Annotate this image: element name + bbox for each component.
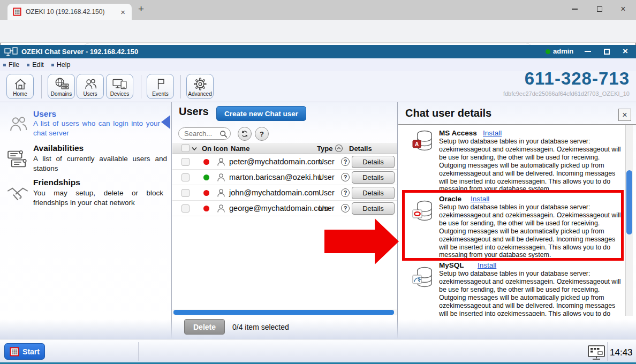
desktop-monitor-icon[interactable] xyxy=(587,345,605,361)
details-button[interactable]: Details xyxy=(352,171,395,184)
sidebar-item-users[interactable]: Users A list of users who can login into… xyxy=(0,107,171,140)
browser-minimize-button[interactable] xyxy=(563,0,586,18)
type-help-icon[interactable]: ? xyxy=(341,188,350,197)
col-icon[interactable]: Icon xyxy=(214,145,228,153)
user-type: User xyxy=(319,157,335,166)
col-name[interactable]: Name xyxy=(231,145,249,153)
toolbar-events-button[interactable]: Events xyxy=(147,74,174,99)
minimize-icon xyxy=(572,9,578,10)
type-help-icon[interactable]: ? xyxy=(341,204,350,213)
install-link[interactable]: Install xyxy=(478,261,496,269)
users-table-header: On Icon Name Type Details xyxy=(172,143,397,154)
row-checkbox[interactable] xyxy=(181,173,190,181)
details-close-button[interactable]: × xyxy=(618,109,631,121)
browser-maximize-button[interactable] xyxy=(588,0,611,18)
sort-ascending-icon[interactable] xyxy=(335,144,343,153)
menu-file[interactable]: File xyxy=(3,61,19,69)
vertical-scrollbar-thumb[interactable] xyxy=(626,170,632,234)
bullet-icon xyxy=(27,64,29,66)
horizontal-scrollbar-thumb[interactable] xyxy=(173,310,394,315)
tab-close-icon[interactable]: × xyxy=(118,7,127,17)
sidebar-item-availabilities[interactable]: Availabilities A list of currently avail… xyxy=(0,141,171,177)
col-on[interactable]: On xyxy=(202,145,211,153)
details-panel-content: A MS Access Install Setup two database t… xyxy=(398,125,625,316)
menu-edit[interactable]: Edit xyxy=(27,61,44,69)
oracle-database-icon xyxy=(412,200,434,224)
toolbar-domains-button[interactable]: Domains xyxy=(48,74,75,99)
app-title: OZEKI Chat Server - 192.168.42.150 xyxy=(21,48,138,56)
domains-icon xyxy=(54,77,70,91)
browser-tab[interactable]: OZEKI 10 (192.168.42.150) × xyxy=(7,4,132,20)
taskbar-clock: 14:43 xyxy=(610,347,633,358)
toolbar-separator xyxy=(141,75,141,98)
toolbar-users-button[interactable]: Users xyxy=(77,74,104,99)
table-row[interactable]: george@mychatdomain.com User ? Details xyxy=(172,201,397,216)
minimize-icon xyxy=(585,51,591,52)
browser-close-button[interactable]: × xyxy=(611,0,635,18)
col-details[interactable]: Details xyxy=(349,145,372,153)
users-icon xyxy=(7,115,29,134)
sidebar-item-friendships[interactable]: Friendships You may setup, delete or blo… xyxy=(0,176,171,211)
row-checkbox[interactable] xyxy=(181,204,190,213)
bullet-icon xyxy=(51,64,54,66)
refresh-icon xyxy=(241,130,248,138)
details-button[interactable]: Details xyxy=(352,156,395,168)
details-panel-divider xyxy=(398,124,636,125)
install-link[interactable]: Install xyxy=(471,195,489,203)
type-help-icon[interactable]: ? xyxy=(341,157,350,166)
status-dot xyxy=(203,159,209,165)
menu-help[interactable]: Help xyxy=(51,61,71,69)
users-icon xyxy=(83,77,98,91)
details-button[interactable]: Details xyxy=(352,187,395,199)
search-icon xyxy=(219,130,228,138)
table-row[interactable]: peter@mychatdomain.com User ? Details xyxy=(172,154,397,170)
red-arrow-annotation xyxy=(324,218,399,264)
friendships-handshake-icon xyxy=(6,185,29,203)
selection-status: 0/4 item selected xyxy=(232,323,289,331)
app-close-button[interactable]: × xyxy=(618,46,632,57)
user-type: User xyxy=(319,188,335,197)
selected-item-arrow-icon xyxy=(161,115,170,129)
row-checkbox[interactable] xyxy=(181,189,190,197)
table-row[interactable]: marton.baricsan@ozeki.hu User ? Details xyxy=(172,170,397,185)
refresh-list-button[interactable] xyxy=(238,127,252,141)
phone-number: 611-328-713 xyxy=(525,69,630,89)
delete-button[interactable]: Delete xyxy=(184,319,225,335)
row-checkbox[interactable] xyxy=(181,158,190,166)
install-link[interactable]: Install xyxy=(483,129,502,137)
license-id: fdbfc9ec27de25066af64cfd61d2f703_OZEKI_1… xyxy=(503,90,630,97)
user-icon xyxy=(216,188,226,198)
devices-icon xyxy=(112,77,128,91)
chevron-down-icon[interactable] xyxy=(192,147,197,151)
new-tab-button[interactable]: + xyxy=(138,3,144,15)
maximize-icon xyxy=(604,49,610,55)
app-maximize-button[interactable] xyxy=(600,46,614,57)
type-help-icon[interactable]: ? xyxy=(341,173,350,181)
user-icon xyxy=(216,203,226,213)
user-name: george@mychatdomain.com xyxy=(229,204,329,213)
admin-status-dot xyxy=(546,49,550,54)
table-row[interactable]: john@mychatdomain.com User ? Details xyxy=(172,185,397,201)
toolbar-advanced-button[interactable]: Advanced xyxy=(186,74,214,99)
events-flag-icon xyxy=(154,77,168,91)
ozeki-favicon xyxy=(13,7,21,16)
bullet-icon xyxy=(3,64,6,66)
maximize-icon xyxy=(597,6,602,12)
admin-user-label[interactable]: admin xyxy=(553,47,573,55)
users-panel-title: Users xyxy=(179,105,209,118)
toolbar-home-button[interactable]: Home xyxy=(6,74,34,99)
close-icon: × xyxy=(620,4,625,14)
start-button[interactable]: Start xyxy=(4,343,45,360)
toolbar-devices-button[interactable]: Devices xyxy=(106,74,133,99)
col-type[interactable]: Type xyxy=(317,145,332,153)
create-chat-user-button[interactable]: Create new Chat user xyxy=(216,106,306,121)
app-minimize-button[interactable] xyxy=(581,46,595,57)
panel-divider xyxy=(171,102,172,339)
select-all-checkbox[interactable] xyxy=(181,144,190,152)
screen: OZEKI 10 (192.168.42.150) × + × https://… xyxy=(0,0,636,364)
status-dot xyxy=(203,175,209,180)
details-button[interactable]: Details xyxy=(352,202,395,215)
status-dot xyxy=(203,206,209,211)
user-type: User xyxy=(319,204,335,213)
help-button[interactable]: ? xyxy=(255,127,269,141)
